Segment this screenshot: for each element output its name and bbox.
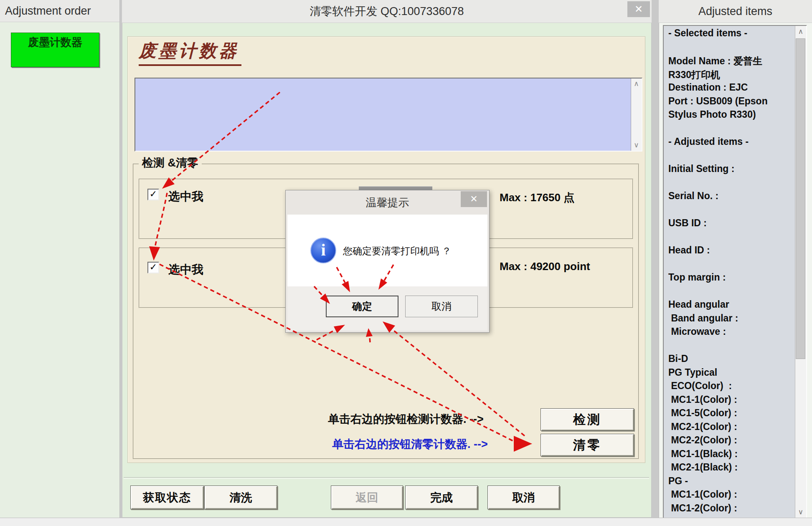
adjusted-item-line xyxy=(668,286,789,299)
hidden-button-edge xyxy=(359,186,432,190)
back-button[interactable]: 返回 xyxy=(331,486,403,509)
adjusted-item-line: MC1-1(Black) : xyxy=(668,448,789,462)
info-icon: i xyxy=(310,238,336,263)
check-icon: ✓ xyxy=(150,262,157,272)
adjusted-item-line: Bi-D xyxy=(668,353,789,367)
clean-button[interactable]: 清洗 xyxy=(204,486,277,509)
adjusted-item-line: Model Name : 爱普生 xyxy=(668,55,789,68)
adjusted-item-line xyxy=(668,340,789,354)
counter-checkbox-main[interactable]: ✓ xyxy=(147,189,159,200)
adjusted-item-line xyxy=(668,177,789,191)
bottom-divider xyxy=(124,477,649,479)
adjusted-item-line: Top margin : xyxy=(668,272,789,286)
adjusted-item-line: Initial Setting : xyxy=(668,163,789,177)
dialog-cancel-button[interactable]: 取消 xyxy=(405,296,478,317)
listbox-scrollbar[interactable]: ∧ ∨ xyxy=(631,78,642,151)
adjusted-item-line: Head ID : xyxy=(668,245,789,258)
detect-reset-group-label: 检测 &清零 xyxy=(139,155,202,170)
main-window-title: 清零软件开发 QQ:1007336078 xyxy=(310,4,464,19)
main-window-titlebar[interactable]: 清零软件开发 QQ:1007336078 xyxy=(122,0,652,23)
detect-instruction: 单击右边的按钮检测计数器. --> xyxy=(328,412,484,427)
adjusted-item-line: MC1-2(Color) : xyxy=(668,503,789,516)
adjusted-item-line xyxy=(668,150,789,164)
adjusted-item-line: Stylus Photo R330) xyxy=(668,109,789,123)
adjusted-items-list: - Selected items -Model Name : 爱普生R330打印… xyxy=(668,28,789,516)
confirm-dialog: 温馨提示 ✕ i 您确定要清零打印机吗 ？ 确定 取消 xyxy=(285,190,490,333)
main-window-close-button[interactable]: ✕ xyxy=(627,1,650,17)
adjustment-order-header: Adjustment order xyxy=(0,0,119,22)
adjusted-item-line xyxy=(668,258,789,272)
adjusted-item-line: PG - xyxy=(668,475,789,489)
desktop-bottom-strip xyxy=(0,518,812,526)
counter-row-platen-label: 选中我 xyxy=(168,262,203,278)
adjusted-item-line: MC2-2(Color) : xyxy=(668,435,789,448)
counter-row-main-label: 选中我 xyxy=(168,189,203,205)
scrollbar-thumb[interactable] xyxy=(796,38,805,359)
adjusted-item-line: - Selected items - xyxy=(668,28,789,41)
adjusted-item-line: Band angular : xyxy=(668,313,789,326)
scroll-down-icon[interactable]: ∨ xyxy=(631,141,642,150)
adjusted-item-line: MC1-1(Color) : xyxy=(668,489,789,503)
dialog-ok-button[interactable]: 确定 xyxy=(326,296,398,317)
check-icon: ✓ xyxy=(150,189,157,199)
adjusted-items-title: Adjusted items xyxy=(698,5,772,18)
adjusted-item-line: ECO(Color) : xyxy=(668,380,789,394)
adjusted-item-line: Microwave : xyxy=(668,326,789,340)
adjusted-item-line: MC1-1(Color) : xyxy=(668,394,789,408)
adjusted-item-line: MC2-1(Color) : xyxy=(668,421,789,435)
adjusted-item-line: MC1-5(Color) : xyxy=(668,407,789,421)
adjusted-item-line: Destination : EJC xyxy=(668,82,789,96)
adjusted-item-line xyxy=(668,231,789,245)
adjusted-item-line: R330打印机 xyxy=(668,68,789,82)
reset-button[interactable]: 清零 xyxy=(540,434,634,456)
get-status-button[interactable]: 获取状态 xyxy=(130,486,204,509)
scroll-down-icon[interactable]: ∨ xyxy=(795,506,806,518)
counter-row-main-max: Max : 17650 点 xyxy=(500,190,574,205)
counter-checkbox-platen[interactable]: ✓ xyxy=(147,262,159,273)
waste-ink-heading: 废墨计数器 xyxy=(139,39,241,66)
counter-row-platen-max: Max : 49200 point xyxy=(500,260,590,273)
adjusted-items-box: - Selected items -Model Name : 爱普生R330打印… xyxy=(663,25,807,519)
reset-instruction: 单击右边的按钮清零计数器. --> xyxy=(332,437,488,452)
adjustment-order-panel xyxy=(0,0,120,518)
finish-button[interactable]: 完成 xyxy=(405,486,478,509)
adjusted-item-line xyxy=(668,204,789,218)
dialog-close-button[interactable]: ✕ xyxy=(461,191,487,207)
adjusted-items-header: Adjusted items xyxy=(659,0,812,23)
dialog-message: 您确定要清零打印机吗 ？ xyxy=(343,245,451,258)
status-listbox[interactable]: ∧ ∨ xyxy=(134,78,642,152)
adjusted-item-line xyxy=(668,41,789,55)
adjusted-item-line: Serial No. : xyxy=(668,190,789,204)
cancel-button[interactable]: 取消 xyxy=(487,486,560,509)
adjusted-item-line: PG Typical xyxy=(668,367,789,381)
adjusted-item-line: - Adjusted items - xyxy=(668,136,789,150)
adjusted-item-line: MC2-1(Black) : xyxy=(668,462,789,475)
adjusted-item-line: USB ID : xyxy=(668,217,789,231)
detect-button[interactable]: 检测 xyxy=(540,408,634,431)
waste-ink-counter-button[interactable]: 废墨计数器 xyxy=(11,33,99,67)
screen: Adjustment order 废墨计数器 清零软件开发 QQ:1007336… xyxy=(0,0,812,526)
adjusted-item-line xyxy=(668,123,789,137)
scroll-up-icon[interactable]: ∧ xyxy=(631,79,642,89)
adjusted-item-line: Head angular xyxy=(668,299,789,313)
adjusted-items-scrollbar[interactable]: ∧ ∨ xyxy=(795,26,806,518)
scroll-up-icon[interactable]: ∧ xyxy=(795,26,806,38)
adjustment-order-title: Adjustment order xyxy=(0,5,91,18)
confirm-dialog-title: 温馨提示 xyxy=(286,195,489,210)
close-icon: ✕ xyxy=(634,3,643,15)
adjusted-item-line: Port : USB009 (Epson xyxy=(668,96,789,109)
close-icon: ✕ xyxy=(470,194,477,205)
